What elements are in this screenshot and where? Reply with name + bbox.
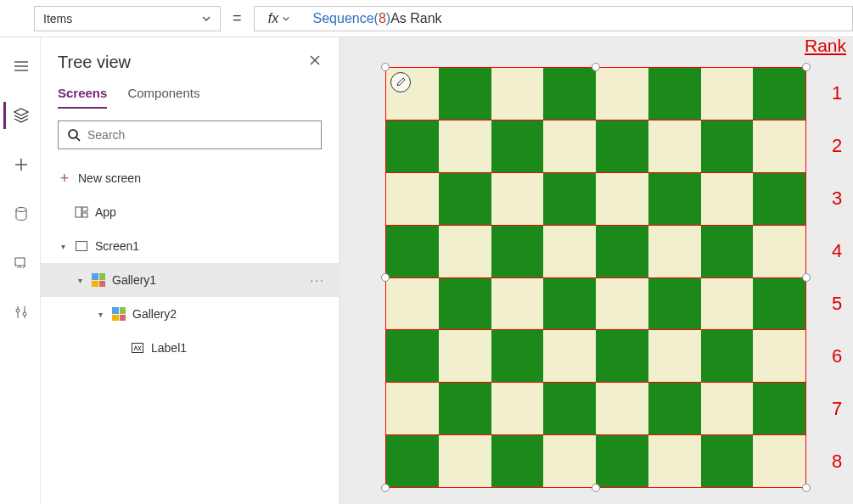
board-cell[interactable]	[753, 173, 805, 225]
rank-row[interactable]	[385, 120, 806, 173]
board-cell[interactable]	[648, 120, 701, 172]
board-cell[interactable]	[439, 383, 491, 434]
board-cell[interactable]	[648, 68, 701, 120]
board-cell[interactable]	[439, 435, 491, 487]
fx-button[interactable]: fx	[254, 6, 305, 31]
board-cell[interactable]	[543, 68, 596, 120]
board-cell[interactable]	[386, 226, 439, 277]
board-cell[interactable]	[701, 278, 754, 330]
rank-row[interactable]	[385, 226, 806, 278]
chevron-down-icon[interactable]: ▾	[75, 276, 85, 285]
formula-input[interactable]: Sequence(8) As Rank	[305, 6, 853, 31]
board-cell[interactable]	[753, 383, 805, 434]
board-cell[interactable]	[753, 226, 805, 277]
selection-handle[interactable]	[802, 63, 811, 71]
board-cell[interactable]	[596, 173, 648, 225]
board-cell[interactable]	[648, 435, 701, 487]
selection-handle[interactable]	[592, 484, 600, 492]
selection-handle[interactable]	[592, 63, 600, 71]
board-cell[interactable]	[701, 68, 754, 120]
board-cell[interactable]	[648, 278, 701, 330]
board-cell[interactable]	[543, 173, 596, 225]
board-cell[interactable]	[596, 435, 648, 487]
selection-handle[interactable]	[381, 273, 390, 282]
board-cell[interactable]	[439, 226, 491, 277]
selection-handle[interactable]	[381, 63, 390, 71]
board-cell[interactable]	[386, 120, 439, 172]
tree-item-screen1[interactable]: ▾ Screen1	[41, 229, 339, 263]
board-cell[interactable]	[491, 173, 544, 225]
board-cell[interactable]	[701, 330, 754, 382]
board-cell[interactable]	[491, 330, 544, 382]
tree-item-gallery2[interactable]: ▾ Gallery2	[41, 297, 339, 331]
board-cell[interactable]	[543, 120, 596, 172]
tree-view-button[interactable]	[3, 102, 37, 129]
board-cell[interactable]	[596, 278, 648, 330]
rank-row[interactable]	[385, 383, 806, 435]
board-cell[interactable]	[543, 383, 596, 434]
gallery-selection[interactable]: 12345678	[385, 67, 806, 488]
board-cell[interactable]	[701, 435, 754, 487]
board-cell[interactable]	[753, 435, 805, 487]
board-cell[interactable]	[543, 435, 596, 487]
new-screen-button[interactable]: + New screen	[41, 161, 339, 195]
board-cell[interactable]	[386, 383, 439, 434]
board-cell[interactable]	[439, 120, 491, 172]
board-cell[interactable]	[596, 226, 648, 277]
tab-components[interactable]: Components	[127, 86, 199, 109]
board-cell[interactable]	[543, 330, 596, 382]
tree-item-label1[interactable]: Label1	[41, 331, 339, 365]
board-cell[interactable]	[491, 68, 544, 120]
more-button[interactable]: ···	[310, 273, 325, 287]
board-cell[interactable]	[386, 435, 439, 487]
board-cell[interactable]	[753, 278, 805, 330]
board-cell[interactable]	[701, 120, 754, 172]
board-cell[interactable]	[596, 68, 648, 120]
tree-item-app[interactable]: App	[41, 195, 339, 229]
board-cell[interactable]	[753, 330, 805, 382]
board-cell[interactable]	[491, 383, 544, 434]
chevron-down-icon[interactable]: ▾	[95, 310, 105, 319]
board-cell[interactable]	[648, 226, 701, 277]
board-cell[interactable]	[491, 226, 544, 277]
chessboard[interactable]	[385, 67, 806, 488]
board-cell[interactable]	[491, 435, 544, 487]
board-cell[interactable]	[596, 383, 648, 434]
board-cell[interactable]	[386, 173, 439, 225]
board-cell[interactable]	[596, 120, 648, 172]
board-cell[interactable]	[386, 330, 439, 382]
tree-item-gallery1[interactable]: ▾ Gallery1 ···	[41, 263, 339, 297]
rank-row[interactable]	[385, 330, 806, 383]
board-cell[interactable]	[701, 226, 754, 277]
hamburger-button[interactable]	[3, 53, 37, 80]
rank-row[interactable]	[385, 278, 806, 331]
board-cell[interactable]	[753, 120, 805, 172]
tab-screens[interactable]: Screens	[58, 86, 107, 109]
property-dropdown[interactable]: Items	[34, 6, 221, 31]
rank-row[interactable]	[385, 435, 806, 488]
search-box[interactable]	[58, 120, 322, 149]
tools-button[interactable]	[3, 299, 37, 326]
board-cell[interactable]	[543, 226, 596, 277]
board-cell[interactable]	[543, 278, 596, 330]
board-cell[interactable]	[648, 330, 701, 382]
selection-handle[interactable]	[802, 484, 811, 492]
board-cell[interactable]	[701, 173, 754, 225]
board-cell[interactable]	[491, 278, 544, 330]
canvas[interactable]: Rank 12345678	[340, 37, 853, 504]
edit-template-button[interactable]	[390, 72, 411, 92]
board-cell[interactable]	[648, 173, 701, 225]
media-button[interactable]	[3, 249, 37, 277]
board-cell[interactable]	[439, 278, 491, 330]
selection-handle[interactable]	[381, 484, 390, 492]
board-cell[interactable]	[386, 278, 439, 330]
board-cell[interactable]	[439, 173, 491, 225]
board-cell[interactable]	[648, 383, 701, 434]
chevron-down-icon[interactable]: ▾	[58, 242, 68, 251]
rank-row[interactable]	[385, 173, 806, 226]
board-cell[interactable]	[491, 120, 544, 172]
data-button[interactable]	[3, 200, 37, 227]
board-cell[interactable]	[596, 330, 648, 382]
board-cell[interactable]	[439, 68, 491, 120]
rank-row[interactable]	[385, 67, 806, 120]
